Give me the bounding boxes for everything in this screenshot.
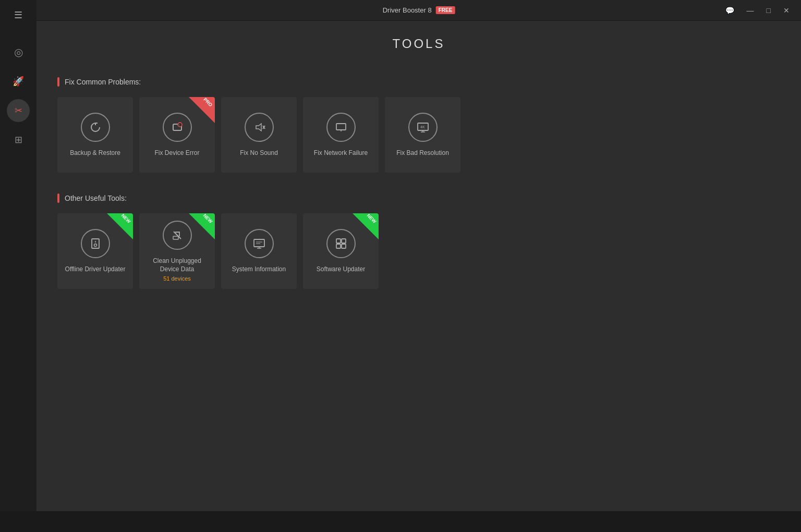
sidebar-item-tools[interactable]: ✂ bbox=[7, 99, 30, 122]
sidebar-item-home[interactable]: ◎ bbox=[7, 41, 30, 64]
content-area: TOOLS Fix Common Problems: Backup & Rest… bbox=[37, 21, 801, 511]
chat-button[interactable]: 💬 bbox=[722, 4, 737, 17]
page-title: TOOLS bbox=[57, 37, 780, 51]
sidebar: ☰ ◎ 🚀 ✂ ⊞ bbox=[0, 0, 37, 511]
section-bar-other-tools bbox=[57, 194, 59, 203]
clean-unplugged-sublabel: 51 devices bbox=[163, 275, 191, 282]
tool-fix-no-sound[interactable]: Fix No Sound bbox=[221, 97, 297, 173]
tool-backup-restore[interactable]: Backup & Restore bbox=[57, 97, 133, 173]
clean-unplugged-label: Clean Unplugged Device Data bbox=[144, 257, 210, 273]
svg-rect-18 bbox=[173, 236, 178, 239]
software-updater-icon bbox=[326, 229, 356, 258]
section-title-other-tools: Other Useful Tools: bbox=[65, 194, 127, 202]
clean-unplugged-icon bbox=[163, 221, 192, 250]
tool-clean-unplugged[interactable]: NEW Clean Unplugged Device Data 51 devic… bbox=[139, 213, 215, 289]
fix-bad-resolution-label: Fix Bad Resolution bbox=[396, 149, 449, 158]
new-badge-clean bbox=[189, 213, 215, 239]
title-bar: Driver Booster 8 FREE 💬 — □ ✕ bbox=[37, 0, 801, 21]
svg-text:!: ! bbox=[178, 124, 179, 127]
app-title: Driver Booster 8 bbox=[383, 6, 432, 14]
tool-fix-bad-resolution[interactable]: 4K Fix Bad Resolution bbox=[385, 97, 460, 173]
close-button[interactable]: ✕ bbox=[780, 4, 793, 17]
system-information-label: System Information bbox=[232, 265, 286, 274]
fix-no-sound-icon bbox=[245, 113, 274, 142]
software-updater-label: Software Updater bbox=[317, 265, 365, 274]
fix-device-error-icon: ! bbox=[163, 113, 192, 142]
section-title-fix-common: Fix Common Problems: bbox=[65, 78, 141, 86]
fix-network-failure-icon bbox=[326, 113, 356, 142]
backup-restore-icon bbox=[81, 113, 110, 142]
menu-icon[interactable]: ☰ bbox=[10, 5, 27, 25]
fix-no-sound-label: Fix No Sound bbox=[240, 149, 278, 158]
title-bar-center: Driver Booster 8 FREE bbox=[383, 6, 455, 14]
pro-badge bbox=[189, 97, 215, 123]
section-bar-fix-common bbox=[57, 77, 59, 87]
svg-rect-19 bbox=[254, 239, 264, 247]
offline-driver-updater-label: Offline Driver Updater bbox=[65, 265, 126, 274]
svg-rect-26 bbox=[342, 239, 346, 243]
tool-system-information[interactable]: System Information bbox=[221, 213, 297, 289]
fix-network-failure-label: Fix Network Failure bbox=[314, 149, 368, 158]
new-badge-offline bbox=[107, 213, 133, 239]
svg-rect-27 bbox=[336, 244, 341, 248]
svg-point-15 bbox=[94, 244, 96, 246]
svg-rect-25 bbox=[336, 239, 341, 243]
taskbar bbox=[0, 511, 801, 532]
free-badge: FREE bbox=[436, 6, 455, 14]
other-tools-grid: NEW Offline Driver Updater NEW bbox=[57, 213, 780, 289]
fix-device-error-label: Fix Device Error bbox=[154, 149, 199, 158]
system-information-icon bbox=[245, 229, 274, 258]
maximize-button[interactable]: □ bbox=[763, 4, 774, 17]
svg-rect-28 bbox=[342, 244, 346, 248]
offline-driver-updater-icon bbox=[81, 229, 110, 258]
fix-common-grid: Backup & Restore PRO ! Fix Device Error bbox=[57, 97, 780, 173]
tool-fix-device-error[interactable]: PRO ! Fix Device Error bbox=[139, 97, 215, 173]
sidebar-item-boost[interactable]: 🚀 bbox=[7, 70, 30, 93]
svg-rect-6 bbox=[336, 124, 346, 130]
minimize-button[interactable]: — bbox=[744, 4, 757, 17]
tool-software-updater[interactable]: NEW Software Updater bbox=[303, 213, 379, 289]
svg-text:4K: 4K bbox=[420, 125, 425, 129]
section-fix-common-header: Fix Common Problems: bbox=[57, 77, 780, 87]
window-controls: 💬 — □ ✕ bbox=[722, 4, 793, 17]
tool-fix-network-failure[interactable]: Fix Network Failure bbox=[303, 97, 379, 173]
fix-bad-resolution-icon: 4K bbox=[408, 113, 438, 142]
tool-offline-driver-updater[interactable]: NEW Offline Driver Updater bbox=[57, 213, 133, 289]
sidebar-item-apps[interactable]: ⊞ bbox=[7, 128, 30, 151]
svg-marker-3 bbox=[256, 124, 261, 131]
section-other-tools-header: Other Useful Tools: bbox=[57, 194, 780, 203]
main-window: Driver Booster 8 FREE 💬 — □ ✕ TOOLS Fix … bbox=[37, 0, 801, 511]
new-badge-software bbox=[353, 213, 379, 239]
backup-restore-label: Backup & Restore bbox=[70, 149, 120, 158]
